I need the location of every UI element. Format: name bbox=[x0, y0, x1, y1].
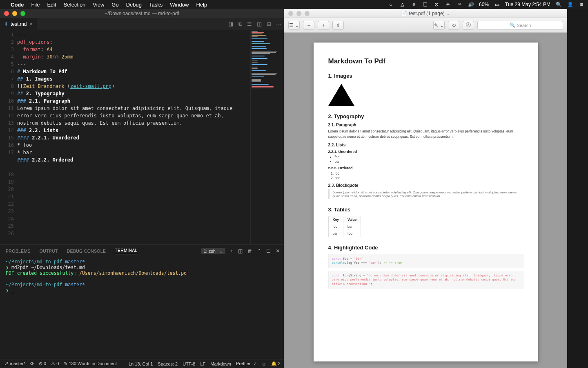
th: Key bbox=[328, 216, 343, 223]
zeit-brandmark-image bbox=[328, 84, 354, 106]
preview-toolbar: ☰ ⌄ − + ⇪ ✎ ⌄ ⟲ Ⓐ 🔍 Search bbox=[284, 18, 567, 33]
terminal-selector[interactable]: 1: zsh bbox=[201, 248, 225, 254]
status-clock[interactable]: Tue 29 May 2:54 PM bbox=[505, 2, 550, 7]
pdf-h3-lists: 2.2. Lists bbox=[328, 143, 523, 147]
markdown-file-icon: ⬇ bbox=[4, 21, 8, 27]
status-triangle-icon[interactable]: △ bbox=[399, 1, 405, 8]
status-battery-pct: 60% bbox=[479, 2, 489, 7]
split-editor-down-icon[interactable]: ⊟ bbox=[267, 21, 271, 27]
preview-body[interactable]: Markdown To Pdf 1. Images 2. Typography … bbox=[284, 33, 567, 368]
preview-window: 📄 test.pdf (1 page) ⌄ ☰ ⌄ − + ⇪ ✎ ⌄ ⟲ Ⓐ … bbox=[284, 9, 567, 368]
menu-file[interactable]: File bbox=[31, 2, 40, 8]
status-battery-icon[interactable]: ▭ bbox=[494, 1, 500, 8]
editor-tab-test-md[interactable]: ⬇ test.md ✕ bbox=[0, 18, 37, 30]
code-content[interactable]: ---pdf_options: format: A4 margin: 30mm … bbox=[17, 30, 250, 245]
status-feedback-icon[interactable]: ☺ bbox=[262, 361, 266, 366]
status-git-branch[interactable]: ⎇ master* bbox=[3, 361, 25, 366]
spotlight-icon[interactable]: 🔍 bbox=[555, 1, 562, 8]
editor-area[interactable]: 1234567891011121314151617181920212223242… bbox=[0, 30, 284, 245]
panel-tabs: PROBLEMS OUTPUT DEBUG CONSOLE TERMINAL 1… bbox=[0, 245, 284, 257]
td: bar bbox=[328, 230, 343, 237]
terminal-split-icon[interactable]: ◫ bbox=[238, 248, 243, 254]
panel-tab-debug-console[interactable]: DEBUG CONSOLE bbox=[67, 249, 106, 254]
sidebar-toggle-icon[interactable]: ☰ bbox=[247, 21, 252, 27]
status-volume-icon[interactable]: 🔊 bbox=[468, 1, 474, 8]
more-actions-icon[interactable]: ⋯ bbox=[276, 21, 281, 27]
pdf-h4-ordered: 2.2.2. Ordered bbox=[328, 166, 523, 170]
terminal-up-icon[interactable]: ⌃ bbox=[257, 248, 261, 254]
term-output-path: /Users/simonhaenisch/Downloads/test.pdf bbox=[79, 270, 189, 276]
terminal-maximize-icon[interactable]: ☐ bbox=[266, 248, 271, 254]
pdf-h4-unordered: 2.2.1. Unordered bbox=[328, 150, 523, 154]
window-zoom-button[interactable] bbox=[20, 11, 25, 16]
status-notifications[interactable]: 🔔 2 bbox=[271, 361, 281, 366]
window-close-button[interactable] bbox=[4, 11, 9, 16]
diff-icon[interactable]: ◨ bbox=[229, 21, 234, 27]
preview-close-button[interactable] bbox=[288, 11, 293, 16]
zoom-in-button[interactable]: + bbox=[318, 21, 329, 30]
status-app-icon[interactable]: ⎑ bbox=[410, 1, 417, 8]
tab-close-icon[interactable]: ✕ bbox=[29, 22, 33, 27]
terminal-body[interactable]: ~/Projects/md-to-pdf master* ❯ md2pdf ~/… bbox=[0, 257, 284, 359]
rotate-button[interactable]: ⟲ bbox=[448, 21, 459, 30]
panel-tab-output[interactable]: OUTPUT bbox=[40, 249, 58, 254]
th: Value bbox=[343, 216, 361, 223]
status-warnings[interactable]: ⚠ 0 bbox=[51, 361, 59, 366]
status-wifi-icon[interactable]: ⌔ bbox=[456, 1, 463, 8]
menu-tasks[interactable]: Tasks bbox=[149, 2, 163, 8]
share-button[interactable]: ⇪ bbox=[332, 21, 344, 30]
status-bluetooth-icon[interactable]: ✳ bbox=[445, 1, 451, 8]
status-dropbox-icon[interactable]: ❏ bbox=[422, 1, 428, 8]
open-preview-icon[interactable]: ⧉ bbox=[238, 21, 242, 27]
zoom-out-button[interactable]: − bbox=[303, 21, 314, 30]
minimap[interactable] bbox=[250, 30, 284, 245]
preview-zoom-button[interactable] bbox=[305, 11, 310, 16]
status-errors[interactable]: ⊘ 0 bbox=[39, 361, 46, 366]
menu-debug[interactable]: Debug bbox=[126, 2, 142, 8]
menu-view[interactable]: View bbox=[93, 2, 104, 8]
status-sync-icon[interactable]: ⟳ bbox=[30, 361, 34, 366]
status-dnd-icon[interactable]: ⊘ bbox=[433, 1, 440, 8]
panel-tab-terminal[interactable]: TERMINAL bbox=[115, 248, 138, 254]
status-word-count[interactable]: ✎ 130 Words in Document bbox=[64, 361, 117, 366]
sidebar-toggle-button[interactable]: ☰ ⌄ bbox=[288, 21, 300, 30]
status-circle-icon[interactable]: ○ bbox=[388, 1, 394, 8]
td: bar bbox=[343, 223, 361, 230]
vscode-titlebar: ~/Downloads/test.md — md-to-pdf bbox=[0, 9, 284, 18]
term-cmd: md2pdf ~/Downloads/test.md bbox=[11, 265, 85, 270]
menu-help[interactable]: Help bbox=[196, 2, 207, 8]
statusbar: ⎇ master* ⟳ ⊘ 0 ⚠ 0 ✎ 130 Words in Docum… bbox=[0, 359, 284, 368]
terminal-kill-icon[interactable]: 🗑 bbox=[247, 248, 252, 254]
status-indent[interactable]: Spaces: 2 bbox=[158, 361, 178, 366]
preview-title-chevron-icon[interactable]: ⌄ bbox=[446, 11, 450, 16]
term-branch: master* bbox=[65, 259, 85, 265]
split-editor-right-icon[interactable]: ◫ bbox=[257, 21, 262, 27]
pdf-ol: foo bar bbox=[335, 171, 523, 180]
status-encoding[interactable]: UTF-8 bbox=[183, 361, 195, 366]
status-prettier[interactable]: Prettier: ✓ bbox=[236, 361, 257, 366]
pdf-h2-typography: 2. Typography bbox=[328, 113, 523, 119]
term-path: ~/Projects/md-to-pdf bbox=[6, 259, 62, 265]
pdf-table: Key Value foo bar bar foo bbox=[328, 216, 361, 237]
panel-tab-problems[interactable]: PROBLEMS bbox=[6, 249, 31, 254]
highlight-button[interactable]: ✎ ⌄ bbox=[433, 21, 445, 30]
panel-area: PROBLEMS OUTPUT DEBUG CONSOLE TERMINAL 1… bbox=[0, 245, 284, 359]
list-item: bar bbox=[335, 176, 523, 180]
menu-window[interactable]: Window bbox=[170, 2, 189, 8]
status-eol[interactable]: LF bbox=[200, 361, 205, 366]
status-cursor-pos[interactable]: Ln 18, Col 1 bbox=[129, 361, 153, 366]
terminal-new-icon[interactable]: + bbox=[230, 248, 233, 254]
window-minimize-button[interactable] bbox=[12, 11, 17, 16]
menu-selection[interactable]: Selection bbox=[64, 2, 85, 8]
terminal-close-icon[interactable]: ✕ bbox=[276, 248, 280, 254]
preview-minimize-button[interactable] bbox=[296, 11, 301, 16]
menu-go[interactable]: Go bbox=[111, 2, 118, 8]
user-icon[interactable]: 👤 bbox=[567, 1, 573, 8]
app-name[interactable]: Code bbox=[11, 2, 24, 8]
search-input[interactable]: 🔍 Search bbox=[477, 21, 563, 30]
menu-edit[interactable]: Edit bbox=[47, 2, 56, 8]
markup-button[interactable]: Ⓐ bbox=[463, 21, 474, 30]
status-language[interactable]: Markdown bbox=[210, 361, 231, 366]
pdf-ul: foo bar bbox=[335, 155, 523, 164]
menu-list-icon[interactable]: ≡ bbox=[578, 1, 585, 8]
